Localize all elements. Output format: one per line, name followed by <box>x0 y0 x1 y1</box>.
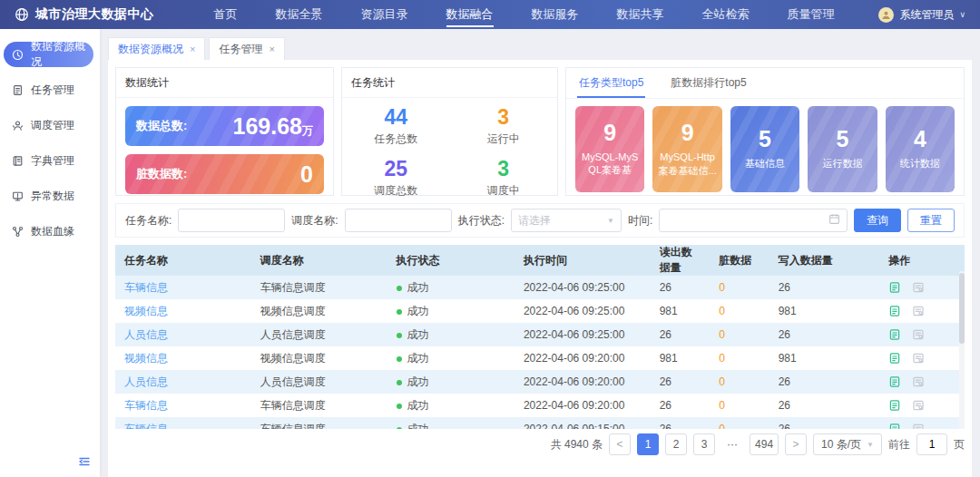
row-actions <box>888 352 956 365</box>
nav-item[interactable]: 全站检索 <box>702 0 750 29</box>
record-icon[interactable] <box>912 328 925 341</box>
search-button[interactable]: 查询 <box>854 209 901 232</box>
export-log-icon[interactable] <box>888 305 901 317</box>
task-name-link[interactable]: 车辆信息 <box>124 281 168 294</box>
export-log-icon[interactable] <box>888 423 901 429</box>
sidebar-item-label: 数据血缘 <box>31 224 74 239</box>
page-number-button[interactable]: ··· <box>721 433 743 455</box>
total-count: 共 4940 条 <box>551 437 603 453</box>
schedule-name-cell: 人员信息调度 <box>251 323 387 346</box>
status-cell: 成功 <box>387 276 514 299</box>
sidebar-item-data-lineage[interactable]: 数据血缘 <box>0 219 100 244</box>
export-log-icon[interactable] <box>888 375 901 388</box>
top5-card: 5 运行数据 <box>808 106 877 192</box>
schedule-name-input[interactable] <box>345 209 452 232</box>
app-logo: 城市治理大数据中心 <box>15 6 154 23</box>
exec-time-cell: 2022-04-06 09:20:00 <box>514 346 651 370</box>
record-icon[interactable] <box>912 305 925 317</box>
task-name-link[interactable]: 人员信息 <box>124 375 168 388</box>
record-icon[interactable] <box>912 399 925 412</box>
time-input[interactable] <box>666 214 823 227</box>
tab-task-management[interactable]: 任务管理 × <box>209 37 284 60</box>
workspace-tabs: 数据资源概况 × 任务管理 × <box>108 37 972 60</box>
panel-title: 数据统计 <box>116 68 333 98</box>
lineage-network-icon <box>12 226 24 238</box>
status-badge: 成功 <box>407 281 429 294</box>
tab-data-overview[interactable]: 数据资源概况 × <box>108 37 205 60</box>
collapse-sidebar-icon[interactable] <box>78 455 91 471</box>
caret-down-icon: ▼ <box>607 217 614 225</box>
task-stat-label: 调度中 <box>450 183 558 199</box>
sidebar-item-task-management[interactable]: 任务管理 <box>0 77 100 102</box>
schedule-name-cell: 视频信息调度 <box>251 299 387 323</box>
close-icon[interactable]: × <box>269 44 274 54</box>
close-icon[interactable]: × <box>190 44 195 54</box>
sidebar-item-label: 调度管理 <box>31 118 74 133</box>
top5-card: 9 MySQL-Http案卷基础信... <box>652 106 721 192</box>
task-name-input[interactable] <box>178 209 285 232</box>
table-row: 人员信息 人员信息调度 成功 2022-04-06 09:20:00 26 0 … <box>115 370 965 394</box>
reset-button[interactable]: 重置 <box>907 209 955 232</box>
record-icon[interactable] <box>912 352 925 365</box>
table-scrollbar[interactable] <box>959 271 965 429</box>
scrollbar-thumb[interactable] <box>959 273 965 344</box>
nav-item[interactable]: 数据共享 <box>617 0 664 29</box>
sidebar-item-label: 任务管理 <box>31 83 74 98</box>
top5-tab[interactable]: 脏数据排行top5 <box>669 73 748 98</box>
page-number-button[interactable]: 1 <box>637 433 659 455</box>
stat-value: 169.68万 <box>233 115 313 138</box>
task-stat: 25 调度总数 <box>342 159 450 199</box>
row-actions <box>888 281 956 294</box>
top5-card: 9 MySQL-MySQL案卷基础... <box>575 106 644 192</box>
pagination: 共 4940 条 < 123···494 > 10 条/页 ▼ 前往 页 <box>115 433 965 455</box>
user-menu[interactable]: 系统管理员 ∨ <box>878 7 965 23</box>
top5-tab[interactable]: 任务类型top5 <box>577 73 645 98</box>
nav-item[interactable]: 首页 <box>214 0 238 29</box>
table-header-row: 任务名称调度名称执行状态执行时间读出数据量脏数据写入数据量操作 <box>115 245 965 276</box>
task-name-link[interactable]: 视频信息 <box>124 352 168 365</box>
task-stat-value: 3 <box>450 107 558 128</box>
time-label: 时间: <box>628 213 652 229</box>
record-icon[interactable] <box>912 375 925 388</box>
page-number-button[interactable]: 2 <box>665 433 687 455</box>
export-log-icon[interactable] <box>888 328 901 341</box>
task-name-link[interactable]: 人员信息 <box>124 328 168 341</box>
status-cell: 成功 <box>387 299 514 323</box>
read-count-cell: 26 <box>651 276 710 299</box>
export-log-icon[interactable] <box>888 352 901 365</box>
exec-status-select[interactable]: 请选择 ▼ <box>511 209 622 232</box>
dirty-count-cell: 0 <box>710 394 769 417</box>
sidebar-item-data-overview[interactable]: 数据资源概况 <box>4 42 93 67</box>
nav-item[interactable]: 数据服务 <box>532 0 579 29</box>
page-size-select[interactable]: 10 条/页 ▼ <box>813 433 882 455</box>
sidebar-item-dictionary-management[interactable]: 字典管理 <box>0 148 100 173</box>
tab-label: 任务管理 <box>219 42 262 57</box>
export-log-icon[interactable] <box>888 399 901 412</box>
top5-card-value: 5 <box>836 128 848 151</box>
jump-suffix: 页 <box>954 437 965 453</box>
record-icon[interactable] <box>912 281 925 294</box>
page-number-button[interactable]: 494 <box>750 433 779 455</box>
time-range-picker[interactable] <box>659 209 848 232</box>
exec-time-cell: 2022-04-06 09:25:00 <box>514 276 651 299</box>
status-dot-icon <box>397 380 402 385</box>
jump-page-input[interactable] <box>916 433 947 455</box>
prev-page-button[interactable]: < <box>609 433 631 455</box>
task-name-link[interactable]: 视频信息 <box>124 305 168 317</box>
sidebar-item-label: 字典管理 <box>31 153 74 169</box>
record-icon[interactable] <box>912 423 925 429</box>
stat-unit: 万 <box>302 124 313 137</box>
schedule-name-cell: 车辆信息调度 <box>251 417 387 429</box>
nav-item[interactable]: 资源目录 <box>361 0 408 29</box>
export-log-icon[interactable] <box>888 281 901 294</box>
nav-item[interactable]: 数据融合 <box>446 0 494 29</box>
next-page-button[interactable]: > <box>785 433 807 455</box>
task-name-link[interactable]: 车辆信息 <box>124 399 168 412</box>
sidebar-item-abnormal-data[interactable]: 异常数据 <box>0 183 100 209</box>
page-number-button[interactable]: 3 <box>693 433 715 455</box>
nav-item[interactable]: 质量管理 <box>788 0 835 29</box>
task-name-link[interactable]: 车辆信息 <box>124 423 168 430</box>
sidebar-item-schedule-management[interactable]: 调度管理 <box>0 112 100 138</box>
user-name: 系统管理员 <box>899 7 954 23</box>
nav-item[interactable]: 数据全景 <box>276 0 323 29</box>
